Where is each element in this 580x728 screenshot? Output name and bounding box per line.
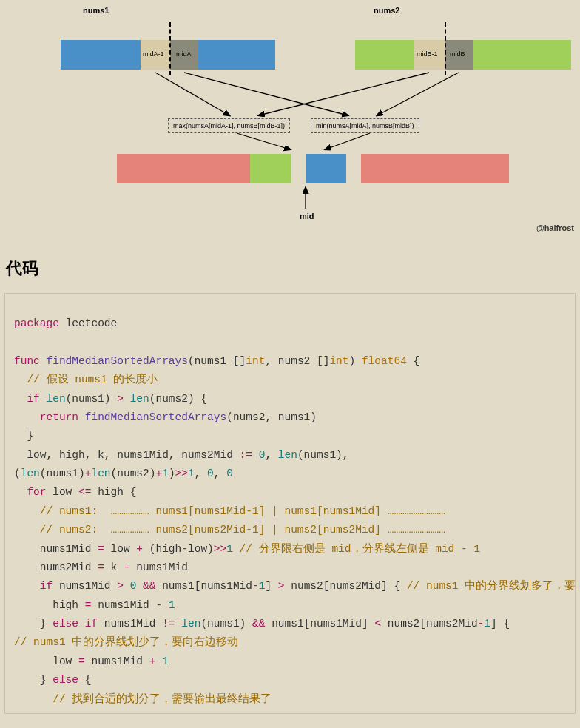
param-nums1: nums1 (195, 355, 227, 367)
len5: len (91, 468, 110, 479)
id-nums1f: nums1 (207, 618, 240, 630)
n0a: 0 (259, 449, 266, 461)
kw-else1: else (53, 618, 78, 630)
id-n2m-b: nums2Mid (329, 580, 381, 592)
id-n2m-a: nums2Mid (40, 562, 92, 573)
svg-line-1 (184, 73, 348, 115)
kw-return1: return (40, 411, 78, 423)
n0b: 0 (207, 468, 214, 479)
kw-if3: if (85, 618, 98, 630)
mid-label: mid (300, 212, 314, 220)
n0c: 0 (226, 468, 233, 479)
comment-under: // nums1 中的分界线划少了，要向右边移动 (14, 636, 238, 648)
comment-n2p: // nums2: ……………… nums2[nums2Mid-1] | num… (40, 524, 445, 536)
kw-for: for (27, 486, 46, 498)
svg-line-3 (377, 73, 459, 115)
type-int1: int (246, 355, 265, 367)
n1c: 1 (226, 543, 233, 555)
n1e: 1 (169, 599, 175, 611)
fn-name: findMedianSortedArrays (47, 355, 188, 367)
kw-if1: if (27, 393, 39, 405)
id-n1m-e: nums1Mid (98, 599, 149, 611)
id-nums1d: nums1 (47, 468, 79, 479)
id-low2: low (111, 543, 130, 555)
id-nums2e: nums2 (388, 618, 420, 630)
fn-recurse: findMedianSortedArrays (85, 411, 226, 423)
len1: len (47, 393, 66, 405)
len6: len (181, 618, 200, 630)
id-high2: high (155, 543, 181, 555)
diagram-arrows (0, 0, 580, 237)
kw-else2: else (53, 674, 78, 686)
merged-green (250, 154, 291, 183)
id-n1m-d: nums1Mid (200, 580, 252, 592)
n1a: 1 (162, 468, 169, 479)
id-nums2c: nums2 (117, 468, 149, 479)
svg-line-0 (155, 73, 229, 115)
comment-assume: // 假设 nums1 的长度小 (27, 374, 158, 385)
merged-blue (306, 154, 346, 183)
comment-n1p: // nums1: ……………… nums1[nums1Mid-1] | num… (40, 505, 445, 517)
comment-midline: // 分界限右侧是 mid，分界线左侧是 mid - 1 (240, 543, 481, 555)
merged-left-red (117, 154, 250, 183)
id-nums2a: nums2 (155, 393, 188, 405)
comment-found: // 找到合适的划分了，需要输出最终结果了 (53, 693, 272, 705)
id-nums2b: nums2 (233, 411, 266, 423)
n1f: 1 (484, 618, 490, 630)
id-nums1c: nums1 (304, 449, 337, 461)
merged-right-red (361, 154, 509, 183)
svg-line-4 (237, 133, 290, 149)
id-high1: high (98, 486, 124, 498)
id-low1: low (53, 486, 72, 498)
id-n1m-b: nums1Mid (136, 562, 188, 573)
id-n1m-a: nums1Mid (40, 543, 92, 555)
kw-package: package (14, 317, 59, 329)
package-name: leetcode (66, 317, 118, 329)
len2: len (130, 393, 149, 405)
type-int2: int (329, 355, 348, 367)
id-n2m-c: nums2Mid (426, 618, 478, 630)
median-diagram: nums1 nums2 midA-1 midA midB-1 midB max(… (0, 0, 580, 237)
svg-line-2 (259, 73, 429, 115)
kw-if2: if (40, 580, 53, 592)
comment-over: // nums1 中的分界线划多了，要向左边移动 (407, 580, 576, 592)
id-n1m-f: nums1Mid (104, 618, 156, 630)
svg-line-5 (326, 133, 370, 149)
n1g: 1 (162, 655, 169, 667)
id-nums1a: nums1 (72, 393, 104, 405)
id-k: k (111, 562, 118, 573)
id-high3: high (53, 599, 78, 611)
param-nums2: nums2 (278, 355, 311, 367)
code-block: package leetcode func findMedianSortedAr… (4, 293, 576, 714)
n1b: 1 (188, 468, 195, 479)
section-heading: 代码 (6, 257, 580, 280)
n0d: 0 (130, 580, 137, 592)
id-n1m-c: nums1Mid (59, 580, 111, 592)
kw-func: func (14, 355, 40, 367)
type-float64: float64 (362, 355, 407, 367)
len3: len (278, 449, 297, 461)
id-n1m-g: nums1Mid (310, 618, 362, 630)
id-low4: low (53, 655, 72, 667)
id-n1m-h: nums1Mid (91, 655, 143, 667)
id-nums1g: nums1 (272, 618, 304, 630)
n1d: 1 (259, 580, 266, 592)
id-nums2d: nums2 (291, 580, 323, 592)
id-low3: low (188, 543, 207, 555)
diagram-credit: @halfrost (536, 223, 574, 232)
len4: len (21, 468, 40, 479)
id-nums1e: nums1 (162, 580, 195, 592)
id-nums1b: nums1 (278, 411, 311, 423)
vars-decl: low, high, k, nums1Mid, nums2Mid (27, 449, 232, 461)
